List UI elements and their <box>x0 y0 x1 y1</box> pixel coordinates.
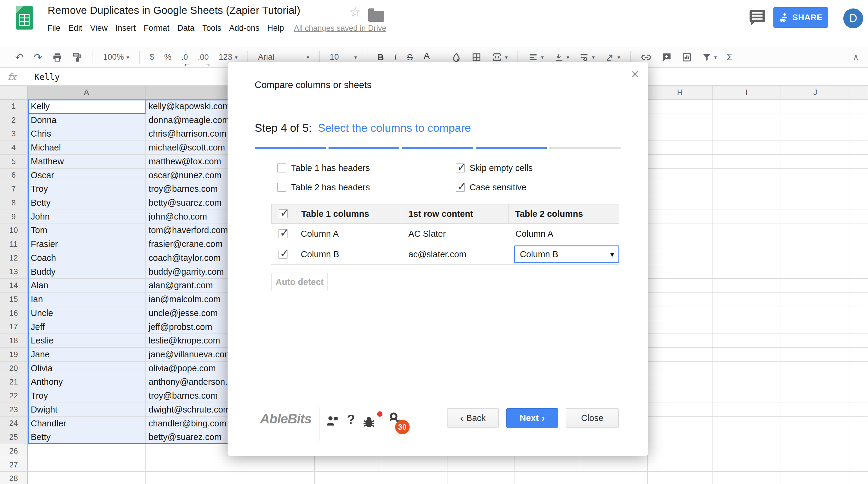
cell-K22[interactable] <box>850 389 868 403</box>
cell-K9[interactable] <box>850 210 868 224</box>
cell-K16[interactable] <box>850 306 868 320</box>
cell-I22[interactable] <box>712 389 781 403</box>
cell-K12[interactable] <box>850 251 868 265</box>
cell-A22[interactable]: Troy <box>28 389 146 403</box>
row-header-11[interactable]: 11 <box>0 237 28 251</box>
cell-K18[interactable] <box>850 334 868 348</box>
cell-B28[interactable] <box>146 472 315 484</box>
row-header-20[interactable]: 20 <box>0 362 28 375</box>
cell-I27[interactable] <box>712 458 781 472</box>
cell-J7[interactable] <box>781 182 850 196</box>
close-button[interactable]: Close <box>566 408 619 428</box>
cell-D28[interactable] <box>381 472 448 484</box>
cell-K27[interactable] <box>850 458 868 472</box>
zoom-select[interactable]: 100%▾ <box>103 50 129 64</box>
ablebits-logo[interactable]: AbleBits <box>260 411 311 426</box>
cell-J16[interactable] <box>781 306 850 320</box>
cell-A19[interactable]: Jane <box>28 348 146 362</box>
row-header-17[interactable]: 17 <box>0 320 28 334</box>
cell-H4[interactable] <box>648 141 712 155</box>
row-header-28[interactable]: 28 <box>0 472 28 484</box>
row-header-24[interactable]: 24 <box>0 417 28 431</box>
cell-A14[interactable]: Alan <box>28 279 146 293</box>
menu-file[interactable]: File <box>43 21 64 35</box>
cell-H23[interactable] <box>648 403 712 417</box>
checkbox-case-sensitive[interactable] <box>456 183 465 192</box>
cell-F27[interactable] <box>515 458 581 472</box>
cell-I4[interactable] <box>712 141 781 155</box>
paint-format-icon[interactable] <box>72 50 83 64</box>
cell-A26[interactable] <box>28 444 146 458</box>
checkbox-table2-headers[interactable] <box>277 183 286 192</box>
row-header-23[interactable]: 23 <box>0 403 28 417</box>
cell-F28[interactable] <box>515 472 581 484</box>
cell-H21[interactable] <box>648 375 712 389</box>
cell-H19[interactable] <box>648 348 712 362</box>
cell-C28[interactable] <box>315 472 381 484</box>
cell-K19[interactable] <box>850 348 868 362</box>
document-title[interactable]: Remove Duplicates in Google Sheets (Zapi… <box>48 4 300 16</box>
cell-A16[interactable]: Uncle <box>28 306 146 320</box>
cell-H20[interactable] <box>648 362 712 375</box>
cell-E28[interactable] <box>448 472 515 484</box>
cell-J20[interactable] <box>781 362 850 375</box>
cell-K1[interactable] <box>850 99 868 113</box>
decrease-decimals-button[interactable]: .0← <box>181 50 188 64</box>
cell-H10[interactable] <box>648 223 712 237</box>
avatar[interactable]: D <box>843 8 863 28</box>
cell-D27[interactable] <box>381 458 448 472</box>
cell-H24[interactable] <box>648 417 712 431</box>
cell-J27[interactable] <box>781 458 850 472</box>
cell-I8[interactable] <box>712 196 781 210</box>
redo-icon[interactable]: ↷ <box>34 50 42 64</box>
cell-J26[interactable] <box>781 444 850 458</box>
cell-J28[interactable] <box>781 472 850 484</box>
filter-button[interactable]: ▾ <box>702 50 717 64</box>
option-label[interactable]: Table 2 has headers <box>291 182 370 192</box>
row-header-25[interactable]: 25 <box>0 430 28 444</box>
cell-H26[interactable] <box>648 444 712 458</box>
cell-K10[interactable] <box>850 223 868 237</box>
row-header-12[interactable]: 12 <box>0 251 28 265</box>
cell-G28[interactable] <box>581 472 648 484</box>
cell-H8[interactable] <box>648 196 712 210</box>
cell-A2[interactable]: Donna <box>28 113 146 127</box>
row-header-2[interactable]: 2 <box>0 113 28 127</box>
cell-K4[interactable] <box>850 141 868 155</box>
cell-A12[interactable]: Coach <box>28 251 146 265</box>
cell-I25[interactable] <box>712 430 781 444</box>
cell-H2[interactable] <box>648 113 712 127</box>
cell-J12[interactable] <box>781 251 850 265</box>
cell-I7[interactable] <box>712 182 781 196</box>
cell-I23[interactable] <box>712 403 781 417</box>
cell-K15[interactable] <box>850 293 868 306</box>
cell-I24[interactable] <box>712 417 781 431</box>
report-bug-icon[interactable] <box>361 414 376 431</box>
cell-I15[interactable] <box>712 293 781 306</box>
cell-K24[interactable] <box>850 417 868 431</box>
cell-K5[interactable] <box>850 155 868 169</box>
cell-J1[interactable] <box>781 99 850 113</box>
row-header-19[interactable]: 19 <box>0 348 28 362</box>
cell-J9[interactable] <box>781 210 850 224</box>
cell-A1[interactable]: Kelly <box>28 99 146 113</box>
insert-comment-button[interactable] <box>661 50 672 64</box>
cell-H13[interactable] <box>648 265 712 279</box>
format-currency-button[interactable]: $ <box>150 50 154 64</box>
cell-H6[interactable] <box>648 169 712 182</box>
cell-A3[interactable]: Chris <box>28 127 146 141</box>
cell-J11[interactable] <box>781 237 850 251</box>
formula-value[interactable]: Kelly <box>34 72 60 82</box>
cell-J8[interactable] <box>781 196 850 210</box>
cell-A28[interactable] <box>28 472 146 484</box>
cell-I6[interactable] <box>712 169 781 182</box>
menu-tools[interactable]: Tools <box>198 21 225 35</box>
cell-I21[interactable] <box>712 375 781 389</box>
cell-J2[interactable] <box>781 113 850 127</box>
google-sheets-logo-icon[interactable] <box>16 6 33 30</box>
cell-I19[interactable] <box>712 348 781 362</box>
cell-K28[interactable] <box>850 472 868 484</box>
cell-J19[interactable] <box>781 348 850 362</box>
close-icon[interactable]: ✕ <box>628 67 642 81</box>
cell-J10[interactable] <box>781 223 850 237</box>
